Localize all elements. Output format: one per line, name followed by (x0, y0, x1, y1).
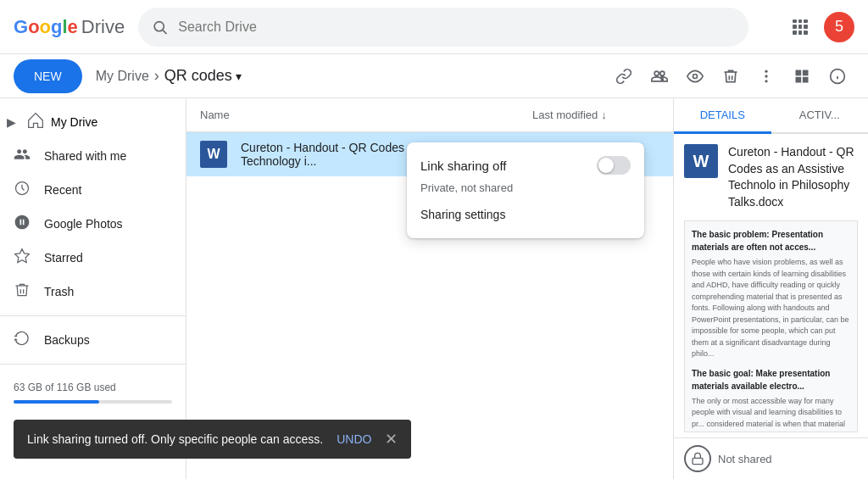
search-icon (152, 19, 168, 36)
grid-view-button[interactable] (785, 59, 819, 93)
popup-subtitle: Private, not shared (420, 181, 631, 194)
logo-e-red: e (68, 16, 78, 38)
more-options-button[interactable] (749, 59, 783, 93)
sidebar-item-starred[interactable]: Starred (0, 241, 179, 275)
breadcrumb-separator: › (154, 67, 159, 85)
toolbar: NEW My Drive › QR codes ▾ (0, 54, 868, 98)
header: Google Drive 5 (0, 0, 868, 54)
recent-icon (14, 180, 31, 201)
grid-icon (793, 19, 808, 35)
delete-button[interactable] (714, 59, 748, 93)
svg-line-1 (163, 30, 166, 33)
sidebar-photos-label: Google Photos (44, 217, 123, 231)
sidebar-starred-label: Starred (44, 251, 83, 265)
dots-vertical-icon (758, 68, 775, 85)
panel-sharing-status: Not shared (674, 437, 868, 479)
logo: Google Drive (14, 16, 125, 38)
info-icon (829, 68, 846, 85)
col-modified-header[interactable]: Last modified ↓ (532, 109, 659, 121)
right-panel: DETAILS ACTIV... W Cureton - Handout - Q… (673, 98, 868, 479)
svg-marker-10 (15, 248, 30, 262)
panel-file-preview: W Cureton - Handout - QR Codes as an Ass… (684, 144, 858, 210)
sidebar-item-trash[interactable]: Trash (0, 275, 179, 309)
svg-point-5 (765, 80, 767, 82)
toggle-knob (598, 158, 614, 173)
add-person-icon (651, 68, 668, 85)
search-bar[interactable] (138, 8, 748, 47)
snackbar-message: Link sharing turned off. Only specific p… (27, 432, 323, 446)
svg-point-4 (765, 75, 767, 77)
drive-icon (27, 112, 44, 133)
get-link-button[interactable] (607, 59, 641, 93)
svg-rect-14 (693, 458, 703, 464)
sidebar-item-shared-with-me[interactable]: Shared with me (0, 139, 179, 173)
storage-info: 63 GB of 116 GB used (0, 371, 186, 414)
sidebar-recent-label: Recent (44, 183, 81, 197)
popup-title: Link sharing off (420, 159, 506, 173)
svg-point-3 (765, 70, 767, 72)
new-button[interactable]: NEW (14, 59, 82, 93)
panel-word-icon: W (684, 144, 718, 178)
sidebar-item-my-drive[interactable]: ▶ My Drive (0, 105, 179, 139)
star-icon (14, 248, 31, 269)
breadcrumb: My Drive › QR codes ▾ (96, 67, 600, 85)
sort-icon: ↓ (601, 109, 607, 121)
sidebar-my-drive-label: My Drive (51, 115, 97, 129)
logo-g-blue: G (14, 16, 28, 38)
sidebar-backups-label: Backups (44, 333, 90, 347)
logo-o-red: o (28, 16, 39, 38)
sidebar-divider (0, 315, 186, 316)
snackbar-close-button[interactable]: ✕ (385, 430, 398, 448)
sidebar-item-google-photos[interactable]: Google Photos (0, 207, 179, 241)
lock-icon (684, 445, 711, 472)
photos-icon (14, 214, 31, 235)
eye-icon (687, 68, 704, 85)
expand-arrow-icon: ▶ (7, 115, 20, 129)
google-logo: Google (14, 16, 78, 38)
sidebar-item-recent[interactable]: Recent (0, 173, 179, 207)
backups-icon (14, 330, 31, 351)
account-avatar[interactable]: 5 (824, 12, 854, 42)
sharing-status-text: Not shared (718, 453, 772, 465)
panel-tabs: DETAILS ACTIV... (674, 98, 868, 134)
svg-point-0 (154, 21, 164, 31)
sidebar-trash-label: Trash (44, 285, 74, 298)
shared-icon (14, 146, 31, 167)
search-input[interactable] (178, 19, 735, 35)
trash-sidebar-icon (14, 281, 31, 303)
panel-content: W Cureton - Handout - QR Codes as an Ass… (674, 134, 868, 437)
popup-header-row: Link sharing off (420, 156, 631, 175)
preview-button[interactable] (678, 59, 712, 93)
tab-activity[interactable]: ACTIV... (771, 98, 869, 134)
storage-bar-fill (14, 400, 99, 404)
storage-text: 63 GB of 116 GB used (14, 382, 172, 393)
my-drive-breadcrumb[interactable]: My Drive (96, 69, 149, 84)
header-right: 5 (783, 10, 854, 44)
toolbar-actions (607, 59, 854, 93)
col-name-header: Name (200, 109, 532, 121)
sharing-settings-link[interactable]: Sharing settings (420, 204, 631, 225)
trash-icon (722, 68, 739, 85)
panel-doc-heading1: The basic problem: Presentation material… (692, 228, 850, 253)
snackbar: Link sharing turned off. Only specific p… (14, 420, 411, 459)
storage-bar-background (14, 400, 172, 404)
grid-view-icon (793, 68, 810, 85)
logo-g-blue2: g (51, 16, 62, 38)
drive-logo-text: Drive (81, 16, 125, 38)
file-list-header: Name Last modified ↓ (186, 98, 673, 132)
sharing-popup: Link sharing off Private, not shared Sha… (407, 142, 644, 238)
panel-doc-heading2: The basic goal: Make presentation materi… (692, 367, 850, 393)
info-button[interactable] (821, 59, 854, 93)
sidebar-divider2 (0, 364, 186, 365)
snackbar-undo-button[interactable]: UNDO (337, 432, 371, 446)
sidebar-item-backups[interactable]: Backups (0, 323, 179, 357)
apps-button[interactable] (783, 10, 817, 44)
panel-doc-para2: The only or most accessible way for many… (692, 396, 850, 433)
tab-details[interactable]: DETAILS (674, 98, 771, 134)
word-icon: W (200, 141, 227, 168)
link-sharing-toggle[interactable] (597, 156, 631, 175)
current-folder-breadcrumb[interactable]: QR codes ▾ (164, 67, 242, 85)
share-button[interactable] (643, 59, 676, 93)
word-file-icon: W (200, 141, 227, 168)
logo-o-yellow: o (40, 16, 51, 38)
